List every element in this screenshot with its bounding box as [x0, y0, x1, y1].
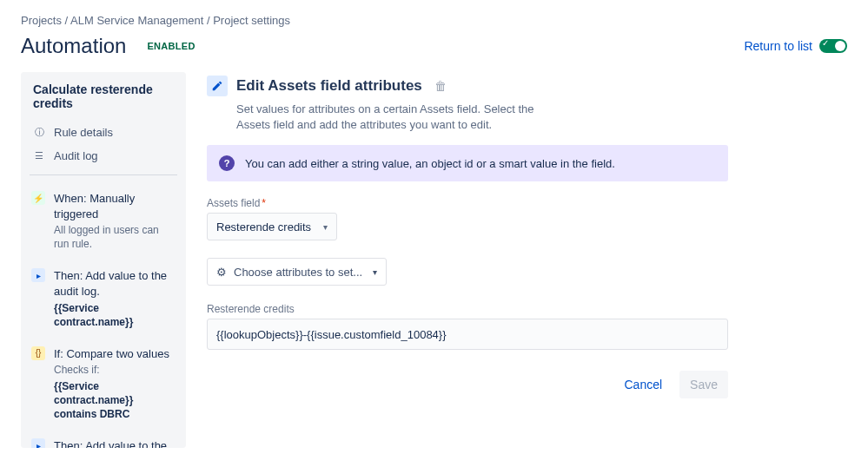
assets-field-select[interactable]: Resterende credits ▾	[207, 213, 337, 240]
rule-sidebar: Calculate resterende credits ⓘ Rule deta…	[21, 72, 186, 448]
rule-enabled-toggle[interactable]: ✓	[819, 39, 847, 53]
input-label: Resterende credits	[207, 303, 728, 315]
step-sub: Checks if:	[54, 363, 174, 377]
action-buttons: Cancel Save	[207, 371, 728, 398]
return-to-list-link[interactable]: Return to list	[744, 39, 812, 53]
save-button[interactable]: Save	[679, 371, 728, 398]
sidebar-audit-log[interactable]: ☰ Audit log	[21, 144, 186, 168]
panel-header: Edit Assets field attributes 🗑	[207, 76, 728, 96]
check-icon: ✓	[822, 38, 829, 48]
step-detail: {{Service contract.name}} contains DBRC	[54, 379, 174, 422]
main-content: Edit Assets field attributes 🗑 Set value…	[207, 72, 728, 448]
rule-step-action[interactable]: ▸ Then: Add value to the audit log. {{Se…	[21, 260, 186, 337]
list-icon: ☰	[33, 150, 45, 162]
rule-name[interactable]: Calculate resterende credits	[21, 82, 186, 121]
button-label: Choose attributes to set...	[234, 266, 362, 279]
nav-label: Audit log	[54, 149, 98, 162]
sidebar-rule-details[interactable]: ⓘ Rule details	[21, 121, 186, 144]
step-sub: All logged in users can run rule.	[54, 223, 174, 251]
banner-text: You can add either a string value, an ob…	[245, 157, 615, 170]
page-title: Automation	[21, 34, 126, 58]
breadcrumb-item[interactable]: Project settings	[213, 14, 290, 27]
step-title: Then: Add value to the audit log.	[54, 268, 174, 299]
help-icon: ?	[219, 155, 235, 171]
info-icon: ⓘ	[33, 127, 45, 139]
panel-description: Set values for attributes on a certain A…	[236, 102, 567, 133]
step-title: When: Manually triggered	[54, 191, 174, 221]
info-banner: ? You can add either a string value, an …	[207, 145, 728, 181]
choose-attributes-button[interactable]: ⚙ Choose attributes to set... ▾	[207, 258, 387, 286]
required-asterisk: *	[262, 197, 266, 209]
nav-label: Rule details	[54, 126, 113, 139]
condition-icon: {}	[31, 346, 45, 360]
divider	[30, 174, 177, 175]
gear-icon: ⚙	[216, 266, 227, 279]
cancel-button[interactable]: Cancel	[613, 371, 673, 398]
select-value: Resterende credits	[216, 220, 311, 234]
breadcrumb-item[interactable]: ALM Service Management	[70, 14, 203, 27]
status-badge: ENABLED	[147, 41, 195, 51]
page-header: Automation ENABLED Return to list ✓	[0, 34, 868, 72]
step-title: Then: Add value to the audit log.	[54, 438, 186, 448]
pencil-icon	[207, 76, 228, 96]
panel-title: Edit Assets field attributes	[236, 77, 422, 95]
delete-icon[interactable]: 🗑	[434, 79, 447, 93]
trigger-icon: ⚡	[31, 191, 45, 205]
breadcrumb-item[interactable]: Projects	[21, 14, 62, 27]
rule-step-trigger[interactable]: ⚡ When: Manually triggered All logged in…	[21, 182, 186, 260]
action-icon: ▸	[31, 438, 45, 448]
rule-step-action[interactable]: ▸ Then: Add value to the audit log. {{is…	[21, 430, 186, 448]
action-icon: ▸	[31, 268, 45, 282]
chevron-down-icon: ▾	[373, 267, 377, 277]
step-detail: {{Service contract.name}}	[54, 301, 174, 329]
resterende-credits-input[interactable]	[207, 319, 728, 350]
step-title: If: Compare two values	[54, 346, 174, 362]
chevron-down-icon: ▾	[323, 222, 328, 232]
field-label: Assets field*	[207, 197, 728, 209]
breadcrumb: Projects / ALM Service Management / Proj…	[0, 0, 868, 34]
field-label-text: Assets field	[207, 197, 260, 209]
rule-step-condition[interactable]: {} If: Compare two values Checks if: {{S…	[21, 338, 186, 430]
